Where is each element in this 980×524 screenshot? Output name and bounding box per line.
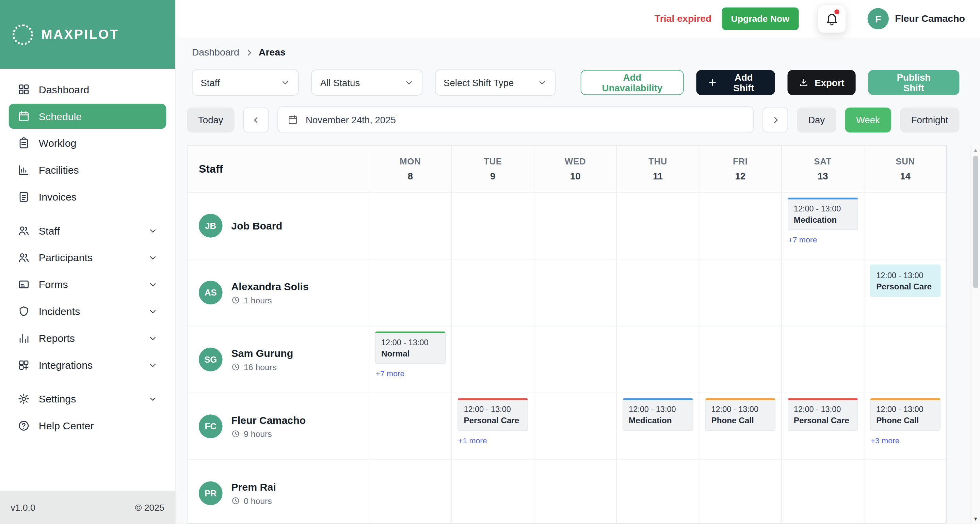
more-link[interactable]: +3 more [871,436,946,445]
sidebar-item-settings[interactable]: Settings [9,387,167,411]
schedule-cell[interactable] [451,193,534,259]
scroll-down-arrow[interactable]: ▼ [971,516,980,522]
add-shift-button[interactable]: Add Shift [697,70,775,95]
trial-expired-text: Trial expired [655,13,712,24]
avatar: AS [199,280,223,304]
shift-type-filter-dropdown[interactable]: Select Shift Type [435,70,555,96]
more-link[interactable]: +7 more [788,236,864,244]
shift-card[interactable]: 12:00 - 13:00Personal Care [788,398,858,431]
sidebar-item-invoices[interactable]: Invoices [9,185,167,209]
schedule-cell[interactable] [616,460,698,524]
sidebar-item-help-center[interactable]: Help Center [9,413,167,438]
schedule-cell[interactable]: 12:00 - 13:00Personal Care [864,260,946,326]
sidebar-item-reports[interactable]: Reports [9,326,167,351]
sidebar-item-worklog[interactable]: Worklog [9,131,167,156]
day-header-mon: MON8 [369,146,451,192]
chevron-right-icon [244,48,254,57]
export-button[interactable]: Export [788,70,856,95]
schedule-cell[interactable] [451,260,534,326]
schedule-cell[interactable]: 12:00 - 13:00Phone Call [699,393,781,460]
more-link[interactable]: +7 more [375,370,451,378]
schedule-cell[interactable] [616,326,698,393]
day-number: 8 [408,170,413,181]
schedule-cell[interactable] [534,260,616,326]
prev-week-button[interactable] [243,107,269,132]
schedule-cell[interactable] [534,393,616,460]
export-label: Export [815,77,844,88]
schedule-cell[interactable]: 12:00 - 13:00Medication [616,393,698,460]
sidebar-item-forms[interactable]: Forms [9,272,167,297]
schedule-cell[interactable] [451,460,534,524]
today-button[interactable]: Today [187,107,234,132]
schedule-cell[interactable] [781,326,864,393]
shift-card[interactable]: 12:00 - 13:00Normal [375,331,445,364]
shift-card[interactable]: 12:00 - 13:00Personal Care [870,264,940,297]
view-fortnight-button[interactable]: Fortnight [900,107,959,132]
sidebar-item-dashboard[interactable]: Dashboard [9,77,167,102]
upgrade-now-button[interactable]: Upgrade Now [722,8,799,30]
schedule-cell[interactable] [451,326,534,393]
table-row: ASAlexandra Solis1 hours12:00 - 13:00Per… [188,260,946,326]
schedule-grid: Staff MON8TUE9WED10THU11FRI12SAT13SUN14 … [187,145,947,524]
schedule-cell[interactable] [369,460,451,524]
schedule-cell[interactable] [699,326,781,393]
sidebar-item-schedule[interactable]: Schedule [9,104,167,129]
download-icon [799,78,809,88]
schedule-cell[interactable] [864,326,946,393]
schedule-cell[interactable] [781,260,864,326]
schedule-cell[interactable] [699,460,781,524]
help-icon [18,419,30,432]
sidebar-item-facilities[interactable]: Facilities [9,158,167,183]
add-unavailability-button[interactable]: Add Unavailability [581,70,684,95]
shift-time: 12:00 - 13:00 [794,204,852,213]
schedule-cell[interactable]: 12:00 - 13:00Personal Care+1 more [451,393,534,460]
schedule-cell[interactable] [616,193,698,259]
schedule-cell[interactable] [699,193,781,259]
more-link[interactable]: +1 more [458,436,534,445]
scroll-up-arrow[interactable]: ▲ [971,147,980,153]
schedule-cell[interactable] [534,326,616,393]
staff-filter-dropdown[interactable]: Staff [192,70,299,96]
schedule-cell[interactable]: 12:00 - 13:00Personal Care [781,393,864,460]
notifications-button[interactable] [818,5,846,33]
shift-card[interactable]: 12:00 - 13:00Phone Call [705,398,775,431]
scrollbar-thumb[interactable] [973,156,978,288]
schedule-cell[interactable] [369,260,451,326]
schedule-cell[interactable]: 12:00 - 13:00Medication+7 more [781,193,864,259]
user-name: Fleur Camacho [895,13,965,24]
schedule-cell[interactable] [534,460,616,524]
schedule-cell[interactable] [616,260,698,326]
shift-card[interactable]: 12:00 - 13:00Medication [788,197,858,230]
sidebar-item-participants[interactable]: Participants [9,245,167,270]
clock-icon [231,296,240,304]
publish-shift-button[interactable]: Publish Shift [868,70,959,95]
shift-label: Phone Call [876,416,934,425]
schedule-cell[interactable] [699,260,781,326]
breadcrumb-dashboard[interactable]: Dashboard [192,47,239,58]
schedule-cell[interactable] [534,193,616,259]
sidebar-item-integrations[interactable]: Integrations [9,353,167,377]
schedule-cell[interactable]: 12:00 - 13:00Phone Call+3 more [864,393,946,460]
schedule-cell[interactable] [781,460,864,524]
schedule-cell[interactable] [369,193,451,259]
shift-label: Normal [381,349,439,358]
shift-card[interactable]: 12:00 - 13:00Phone Call [870,398,940,431]
schedule-cell[interactable] [864,193,946,259]
sidebar-item-incidents[interactable]: Incidents [9,299,167,324]
user-menu[interactable]: F Fleur Camacho [868,8,965,29]
scrollbar[interactable]: ▲ ▼ [970,146,980,524]
view-week-button[interactable]: Week [845,107,891,132]
date-picker-input[interactable]: November 24th, 2025 [277,106,754,133]
grid-icon [18,83,30,96]
status-filter-dropdown[interactable]: All Status [312,70,422,96]
shift-card[interactable]: 12:00 - 13:00Personal Care [458,398,528,431]
view-day-button[interactable]: Day [797,107,836,132]
sidebar-item-staff[interactable]: Staff [9,218,167,243]
clock-icon [231,429,240,438]
next-week-button[interactable] [762,107,788,132]
schedule-cell[interactable] [369,393,451,460]
date-navigation-row: Today November 24th, 2025 Day Week Fortn… [187,107,959,132]
schedule-cell[interactable]: 12:00 - 13:00Normal+7 more [369,326,451,393]
schedule-cell[interactable] [864,460,946,524]
shift-card[interactable]: 12:00 - 13:00Medication [623,398,693,431]
